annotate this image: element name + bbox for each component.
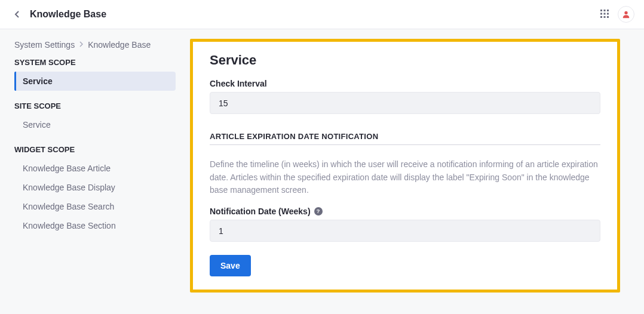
check-interval-input[interactable] xyxy=(210,92,600,114)
notification-date-label: Notification Date (Weeks) ? xyxy=(210,207,600,216)
notification-date-input[interactable] xyxy=(210,220,600,242)
svg-rect-1 xyxy=(604,10,606,11)
sidebar-item-label: Knowledge Base Section xyxy=(23,221,116,230)
svg-rect-2 xyxy=(607,10,609,11)
sidebar-item-kb-display[interactable]: Knowledge Base Display xyxy=(14,178,176,197)
sidebar-item-kb-section[interactable]: Knowledge Base Section xyxy=(14,216,176,235)
page-title: Knowledge Base xyxy=(30,9,106,20)
scope-title-site: SITE SCOPE xyxy=(14,101,176,110)
svg-rect-5 xyxy=(607,13,609,14)
topbar: Knowledge Base xyxy=(0,0,644,29)
check-interval-label: Check Interval xyxy=(210,79,600,88)
sidebar-item-service-site[interactable]: Service xyxy=(14,115,176,134)
help-icon[interactable]: ? xyxy=(314,207,323,216)
sidebar-item-kb-article[interactable]: Knowledge Base Article xyxy=(14,159,176,178)
svg-rect-6 xyxy=(600,16,602,18)
section-heading: ARTICLE EXPIRATION DATE NOTIFICATION xyxy=(210,132,600,145)
scope-title-system: SYSTEM SCOPE xyxy=(14,58,176,67)
svg-point-9 xyxy=(624,11,627,14)
svg-rect-3 xyxy=(600,13,602,14)
section-description: Define the timeline (in weeks) in which … xyxy=(210,158,600,197)
sidebar-item-label: Knowledge Base Article xyxy=(23,164,111,173)
back-button[interactable] xyxy=(10,7,24,21)
notification-date-label-text: Notification Date (Weeks) xyxy=(210,207,311,216)
settings-panel: Service Check Interval ARTICLE EXPIRATIO… xyxy=(190,39,620,293)
scope-title-widget: WIDGET SCOPE xyxy=(14,145,176,154)
svg-rect-8 xyxy=(607,16,609,18)
breadcrumb-current: Knowledge Base xyxy=(88,40,151,50)
nav-list-system: Service xyxy=(14,72,176,91)
sidebar-item-kb-search[interactable]: Knowledge Base Search xyxy=(14,197,176,216)
content: System Settings Knowledge Base SYSTEM SC… xyxy=(0,29,644,314)
user-icon xyxy=(622,10,630,19)
sidebar-item-label: Knowledge Base Display xyxy=(23,183,115,192)
nav-list-widget: Knowledge Base Article Knowledge Base Di… xyxy=(14,159,176,235)
svg-rect-4 xyxy=(604,13,606,14)
panel-title: Service xyxy=(210,53,600,68)
sidebar-item-service-system[interactable]: Service xyxy=(14,72,176,91)
apps-icon[interactable] xyxy=(600,9,609,20)
nav-list-site: Service xyxy=(14,115,176,134)
main: Service Check Interval ARTICLE EXPIRATIO… xyxy=(190,29,644,314)
save-button[interactable]: Save xyxy=(210,255,251,276)
sidebar-item-label: Knowledge Base Search xyxy=(23,202,114,211)
sidebar: System Settings Knowledge Base SYSTEM SC… xyxy=(0,29,190,314)
sidebar-item-label: Service xyxy=(23,76,53,86)
svg-rect-7 xyxy=(604,16,606,18)
user-avatar[interactable] xyxy=(618,6,634,23)
sidebar-item-label: Service xyxy=(23,120,51,130)
svg-rect-0 xyxy=(600,10,602,11)
topbar-right xyxy=(600,6,634,23)
breadcrumb-root[interactable]: System Settings xyxy=(14,40,75,50)
chevron-right-icon xyxy=(79,41,83,48)
chevron-left-icon xyxy=(14,10,20,19)
breadcrumb: System Settings Knowledge Base xyxy=(14,40,176,50)
